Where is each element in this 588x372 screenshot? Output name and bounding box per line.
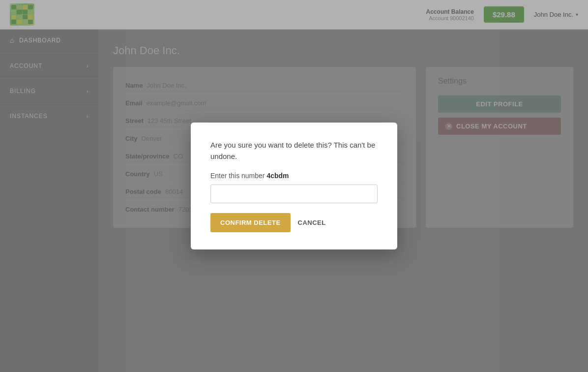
confirm-delete-modal: Are you sure you want to delete this? Th…	[191, 123, 397, 249]
modal-code-input[interactable]	[210, 185, 378, 203]
modal-buttons: Confirm Delete Cancel	[210, 213, 378, 232]
modal-instruction: Enter this number 4cbdm	[210, 172, 378, 180]
cancel-button[interactable]: Cancel	[298, 219, 326, 226]
modal-instruction-text: Enter this number	[210, 172, 265, 180]
modal-overlay: Are you sure you want to delete this? Th…	[0, 0, 588, 372]
modal-code: 4cbdm	[266, 172, 289, 180]
confirm-delete-button[interactable]: Confirm Delete	[210, 213, 291, 232]
modal-question: Are you sure you want to delete this? Th…	[210, 140, 378, 162]
